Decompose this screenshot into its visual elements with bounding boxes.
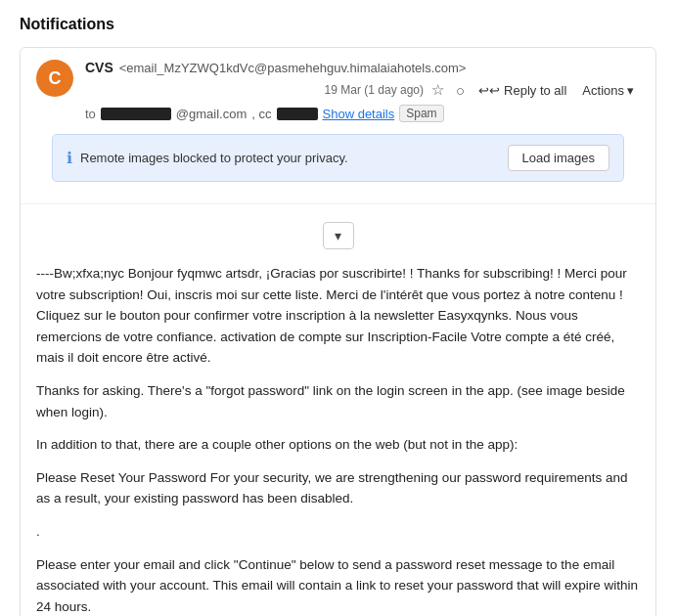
privacy-message: Remote images blocked to protect your pr… <box>80 151 348 165</box>
body-paragraph: Thanks for asking. There's a "forgot pas… <box>36 380 640 422</box>
body-paragraph: Please Reset Your Password For your secu… <box>36 467 640 509</box>
expand-btn-container: ▾ <box>36 222 640 249</box>
cc-label: , cc <box>251 107 271 121</box>
reply-all-button[interactable]: ↩↩ Reply to all <box>473 81 572 100</box>
body-paragraph: ----Bw;xfxa;nyc Bonjour fyqmwc artsdr, ¡… <box>36 263 640 369</box>
expand-icon: ▾ <box>335 228 341 243</box>
body-paragraph: In addition to that, there are a couple … <box>36 434 640 456</box>
sender-email: <email_MzYZWQ1kdVc@pasmehehguv.himalaiah… <box>119 61 467 75</box>
to-label: to <box>85 107 96 121</box>
privacy-banner-left: ℹ Remote images blocked to protect your … <box>67 149 348 167</box>
email-date: 19 Mar (1 day ago) <box>325 83 424 97</box>
email-body: ▾ ----Bw;xfxa;nyc Bonjour fyqmwc artsdr,… <box>21 204 655 616</box>
reply-all-label: Reply to all <box>504 83 566 98</box>
email-header: C CVS <email_MzYZWQ1kdVc@pasmehehguv.him… <box>21 48 655 204</box>
circle-button[interactable]: ○ <box>452 80 469 101</box>
reply-icon: ↩↩ <box>478 83 500 98</box>
actions-row: 19 Mar (1 day ago) ☆ ○ ↩↩ Reply to all A… <box>325 79 640 101</box>
sender-info: CVS <email_MzYZWQ1kdVc@pasmehehguv.himal… <box>85 60 640 122</box>
body-paragraph: Please enter your email and click "Conti… <box>36 554 640 616</box>
redacted-cc <box>277 108 318 120</box>
chevron-down-icon: ▾ <box>627 83 634 98</box>
sender-row: C CVS <email_MzYZWQ1kdVc@pasmehehguv.him… <box>36 60 640 122</box>
redacted-to <box>101 108 171 120</box>
gmail-suffix: @gmail.com <box>176 107 247 121</box>
actions-button[interactable]: Actions ▾ <box>576 81 640 100</box>
sender-name-row: CVS <email_MzYZWQ1kdVc@pasmehehguv.himal… <box>85 60 640 101</box>
privacy-banner: ℹ Remote images blocked to protect your … <box>52 134 624 182</box>
email-card: C CVS <email_MzYZWQ1kdVc@pasmehehguv.him… <box>20 47 656 616</box>
page-title: Notifications <box>20 16 656 33</box>
info-icon: ℹ <box>67 149 72 167</box>
spam-badge[interactable]: Spam <box>399 105 443 122</box>
sender-name: CVS <box>85 60 113 75</box>
expand-button[interactable]: ▾ <box>323 222 354 249</box>
avatar: C <box>36 60 73 97</box>
load-images-button[interactable]: Load images <box>508 145 609 171</box>
body-paragraph: . <box>36 521 640 543</box>
page-container: Notifications C CVS <email_MzYZWQ1kdVc@p… <box>0 0 676 616</box>
recipients-row: to @gmail.com , cc Show details Spam <box>85 105 640 122</box>
show-details-link[interactable]: Show details <box>323 107 395 121</box>
email-body-text: ----Bw;xfxa;nyc Bonjour fyqmwc artsdr, ¡… <box>36 263 640 616</box>
star-button[interactable]: ☆ <box>428 79 448 101</box>
actions-label: Actions <box>582 83 624 98</box>
sender-name-email: CVS <email_MzYZWQ1kdVc@pasmehehguv.himal… <box>85 60 466 75</box>
